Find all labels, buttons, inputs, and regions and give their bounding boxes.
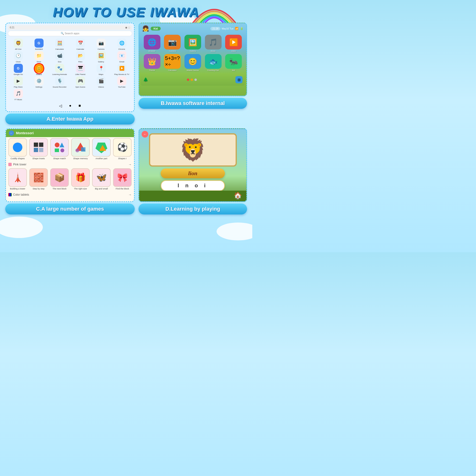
kids-app-camera[interactable]: 📷 Camera xyxy=(163,35,182,52)
svg-rect-2 xyxy=(39,143,43,147)
panel-b-label: B.Iwawa software internal xyxy=(138,98,247,109)
game-find-block[interactable]: 🎀 Find the block xyxy=(113,168,132,190)
b-grid-button[interactable]: ⊞ xyxy=(235,76,242,83)
letter-bar: l n o i xyxy=(161,180,225,191)
kids-app-music[interactable]: 🎵 Music xyxy=(204,35,223,52)
game-name-building: Building a tower xyxy=(10,187,25,190)
app-iwawa[interactable]: 😊 iWawa xyxy=(29,64,49,75)
app-chrome[interactable]: 🌐 Chrome xyxy=(112,38,132,50)
pink-tower-icon xyxy=(8,163,12,166)
app-label-maps: Maps xyxy=(99,73,103,75)
app-icon-maps: 📍 xyxy=(97,64,106,73)
kids-app-gallery[interactable]: 🖼️ Gallery xyxy=(183,35,202,52)
nav-recent[interactable]: ■ xyxy=(79,103,81,108)
kids-app-iwawa-games[interactable]: 😊 iWawa Games xyxy=(183,54,202,71)
search-bar[interactable]: 🔍 Search apps xyxy=(8,31,132,36)
back-arrow[interactable]: ← xyxy=(9,130,14,136)
color-tablets-section[interactable]: Color tablets → xyxy=(6,192,134,198)
app-gmail[interactable]: 📧 Gmail xyxy=(112,51,132,63)
app-maps[interactable]: 📍 Maps xyxy=(91,64,111,75)
app-youtube[interactable]: ▶ YouTube xyxy=(112,76,132,88)
app-learning-animals[interactable]: 🐾 Learning Animals xyxy=(50,64,69,75)
game-thumb-another xyxy=(92,138,111,157)
d-back-button[interactable]: ← xyxy=(142,131,148,137)
panel-a: 6:21 ◉ ◌ 🔍 Search apps 🦁 AR Zoo G Assist… xyxy=(5,23,135,112)
app-little-pianist[interactable]: 🎹 Little Pianist xyxy=(70,64,90,75)
app-files[interactable]: 📂 Files xyxy=(70,51,90,63)
game-thumb-building: 🗼 xyxy=(8,168,27,187)
game-name-memory: Shape memory xyxy=(73,157,87,160)
app-videos[interactable]: 🎬 Videos xyxy=(91,76,111,88)
game-thumb-big: 🦋 xyxy=(92,168,111,187)
game-next-block[interactable]: 📦 The next block xyxy=(50,168,69,190)
kids-icon-video: ▶️ xyxy=(225,35,242,50)
app-icon-settings: ⚙️ xyxy=(34,76,44,85)
kids-app-counting-fish[interactable]: 🐟 Counting Fish xyxy=(204,54,223,71)
nav-back[interactable]: ◁ xyxy=(59,103,62,108)
app-play-movies[interactable]: ▶️ Play Movies & TV xyxy=(112,64,132,75)
app-yt-music[interactable]: 🎵 YT Music xyxy=(8,89,28,101)
app-duo[interactable]: 📹 Duo xyxy=(50,51,69,63)
panel-a-wrapper: 6:21 ◉ ◌ 🔍 Search apps 🦁 AR Zoo G Assist… xyxy=(5,23,135,124)
montessori-header: ← Montessori xyxy=(6,129,134,137)
app-assistant[interactable]: G Assistant xyxy=(29,38,49,50)
status-icons: ◉ ◌ xyxy=(125,26,130,29)
app-camera[interactable]: 📷 Camera xyxy=(91,38,111,50)
app-icon-learning-animals: 🐾 xyxy=(55,64,64,73)
app-label-settings: Settings xyxy=(35,86,42,88)
pink-tower-row: 🗼 Building a tower 🧱 Step by step 📦 The … xyxy=(6,167,134,192)
app-label-files: Files xyxy=(78,61,82,63)
kid-badge: Kid xyxy=(151,27,161,31)
app-label-chrome: Chrome xyxy=(118,48,125,50)
app-google-go[interactable]: G Google Go xyxy=(8,64,28,75)
main-grid: 6:21 ◉ ◌ 🔍 Search apps 🦁 AR Zoo G Assist… xyxy=(0,23,252,214)
kids-icon-iwawa-games: 😊 xyxy=(185,54,201,69)
app-gallery[interactable]: 🖼️ Gallery xyxy=(91,51,111,63)
app-icon-duo: 📹 xyxy=(55,51,64,60)
app-label-youtube: YouTube xyxy=(118,86,125,88)
panel-c-wrapper: ← Montessori Cuddly shapes xyxy=(5,128,135,214)
game-shape-memory[interactable]: Shape memory xyxy=(71,138,90,160)
game-thumb-cuddly xyxy=(8,138,27,157)
kids-app-ant[interactable]: 🐜 Ant xyxy=(224,54,243,71)
app-ar-zoo[interactable]: 🦁 AR Zoo xyxy=(8,38,28,50)
nav-home[interactable]: ● xyxy=(69,103,71,108)
game-building-tower[interactable]: 🗼 Building a tower xyxy=(8,168,27,190)
game-big-and-small[interactable]: 🦋 Big and small xyxy=(92,168,111,190)
app-settings[interactable]: ⚙️ Settings xyxy=(29,76,49,88)
app-drive[interactable]: 📁 Drive xyxy=(29,51,49,63)
montessori-label: Montessori xyxy=(16,131,34,135)
cloud-decoration xyxy=(0,217,43,238)
game-thumb-insets xyxy=(29,138,48,157)
game-step-by-step[interactable]: 🧱 Step by step xyxy=(29,168,48,190)
pink-tower-section[interactable]: Pink tower → xyxy=(6,162,134,167)
app-clock[interactable]: 🕐 Clock xyxy=(8,51,28,63)
app-icon-little-pianist: 🎹 xyxy=(76,64,85,73)
kids-icon-camera: 📷 xyxy=(164,35,181,50)
app-icon-camera: 📷 xyxy=(97,38,106,48)
app-spin-guess[interactable]: 🎮 Spin Guess xyxy=(70,76,90,88)
app-play-store[interactable]: ▶ Play Store xyxy=(8,76,28,88)
kids-app-video[interactable]: ▶️ Video xyxy=(224,35,243,52)
app-calculator[interactable]: 🧮 Calculator xyxy=(50,38,69,50)
game-shape-insets[interactable]: Shape insets xyxy=(29,138,48,160)
kids-app-browser[interactable]: 🌐 Browser xyxy=(143,35,162,52)
game-shape-match[interactable]: Shape match xyxy=(50,138,69,160)
game-shapes-i[interactable]: ⚽ Shapes I xyxy=(113,138,132,160)
app-icon-google-go: G xyxy=(14,64,23,73)
game-name-cuddly: Cuddly shapes xyxy=(11,157,25,160)
game-another-part[interactable]: Another part xyxy=(92,138,111,160)
panel-b: 👧 Kid 21:28 May16 Tue 📶 🔋 🌐 Browser 📷 xyxy=(138,23,247,96)
app-calendar[interactable]: 📅 Calendar xyxy=(70,38,90,50)
app-sound-recorder[interactable]: 🎙️ Sound Recorder xyxy=(50,76,69,88)
kids-app-calculator[interactable]: 5+3=?×÷ Calculator xyxy=(163,54,182,71)
kids-app-theme[interactable]: 👑 Theme xyxy=(143,54,162,71)
app-label-duo: Duo xyxy=(58,61,61,63)
app-label-learning-animals: Learning Animals xyxy=(52,73,67,75)
game-name-right: The right size xyxy=(74,187,87,190)
wifi-icon: 📶 xyxy=(235,27,238,30)
kids-icon-calculator: 5+3=?×÷ xyxy=(164,54,181,69)
app-label-gallery: Gallery xyxy=(98,61,104,63)
game-right-size[interactable]: 🎁 The right size xyxy=(71,168,90,190)
game-cuddly-shapes[interactable]: Cuddly shapes xyxy=(8,138,27,160)
